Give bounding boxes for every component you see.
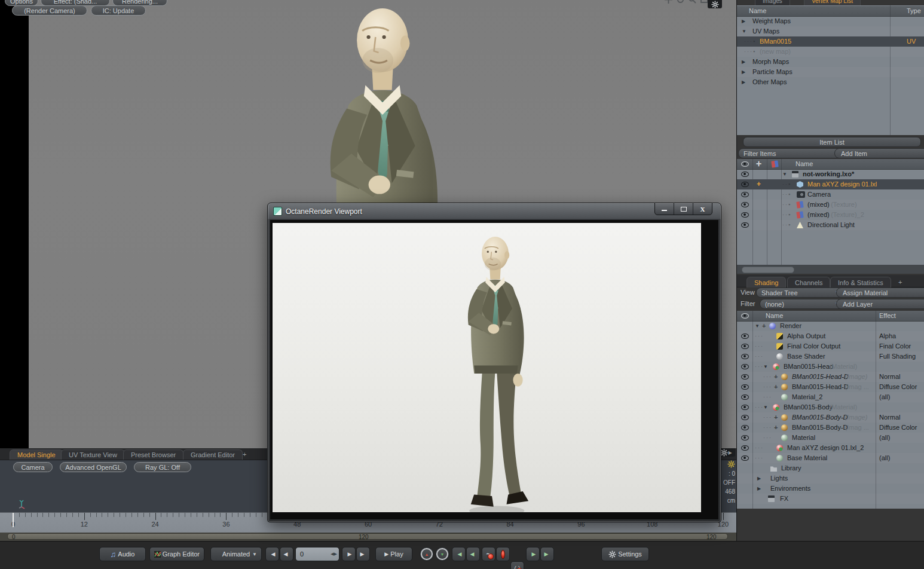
expand-plus-icon[interactable]: + [774,382,778,392]
prev-key-button[interactable]: ◀ [466,547,480,561]
next-keyframe-button[interactable]: ▶ [540,547,554,561]
visibility-eye-icon[interactable] [741,425,749,430]
shader-row[interactable]: FX [737,494,924,504]
shader-row[interactable]: ···▼BMan0015-Body(Material) [737,402,924,412]
shader-row[interactable]: ···▼BMan0015-Head(Material) [737,362,924,372]
shader-row[interactable]: ···Final Color OutputFinal Color [737,341,924,351]
chevron-right-icon[interactable]: ▶ [742,67,745,77]
settings-button[interactable]: Settings [601,547,649,561]
vmap-row[interactable]: ▶Particle Maps [737,67,924,77]
visibility-eye-icon[interactable] [741,455,749,461]
viewport-tab-gradient-editor[interactable]: Gradient Editor [183,449,243,460]
item-row[interactable]: ··▪(mixed)(Texture) [737,200,924,210]
visibility-eye-icon[interactable] [741,172,749,177]
audio-button[interactable]: ♫Audio [99,547,146,561]
prev-keyframe-button[interactable]: ◀ [452,547,466,561]
item-row[interactable]: +··▪Man aXYZ design 01.lxl [737,179,924,189]
chevron-right-icon[interactable]: ▶ [742,77,745,87]
vmap-row[interactable]: ▶Other Maps [737,77,924,87]
vmap-row[interactable]: ▶Weight Maps [737,16,924,26]
assign-material-button[interactable]: Assign Material [836,287,924,298]
shading-tab-shading[interactable]: Shading [746,277,786,287]
pan-icon[interactable] [665,0,672,4]
anim-mode-dropdown[interactable]: Animated▼ [210,547,262,561]
visibility-eye-icon[interactable] [741,415,749,420]
visibility-eye-icon[interactable] [741,212,749,218]
visibility-eye-icon[interactable] [741,344,749,349]
view-dropdown[interactable]: Shader Tree▼ [756,287,845,298]
chevron-down-icon[interactable]: ▼ [755,321,760,331]
visibility-eye-icon[interactable] [741,405,749,410]
close-button[interactable]: X [693,203,712,215]
chevron-down-icon[interactable]: ▼ [763,402,768,412]
item-row[interactable]: ▼not-working.lxo* [737,169,924,179]
window-title-bar[interactable]: OctaneRender Viewport X [268,203,721,219]
minimize-button[interactable] [655,203,674,215]
item-row[interactable]: ··▪Directional Light [737,220,924,230]
current-frame-field[interactable]: 0◀▶ [295,547,339,561]
scrub-dial-up[interactable]: ▲ [420,547,434,561]
shading-filter-dropdown[interactable]: (none)▼ [760,299,845,309]
vmap-row[interactable]: ···▪BMan0015UV [737,36,924,47]
chevron-down-icon[interactable]: ▼ [742,26,746,36]
item-row[interactable]: ··▪Camera [737,189,924,200]
chevron-down-icon[interactable]: ▼ [782,169,787,179]
shading-tab-info-statistics[interactable]: Info & Statistics [830,277,891,287]
vmap-row[interactable]: ▼UV Maps [737,26,924,36]
go-to-start-button[interactable]: ◀ [265,547,279,561]
zoom-icon[interactable] [689,0,696,4]
vmap-tab-vertex-map-list[interactable]: Vertex Map List [804,0,861,5]
chevron-right-icon[interactable]: ▶ [742,16,745,26]
shading-tab-channels[interactable]: Channels [787,277,830,287]
shading-tab--[interactable]: + [896,277,904,287]
add-layer-button[interactable]: Add Layer [836,299,924,309]
viewport-options-box[interactable] [708,0,722,8]
item-filter-dropdown[interactable]: Filter Items▼ [738,148,843,158]
shader-row[interactable]: ▶Environments [737,484,924,494]
visibility-eye-icon[interactable] [741,445,749,451]
chevron-right-icon[interactable]: ▶ [757,473,761,484]
shader-row[interactable]: ···+BMan0015-Head-D(Image)Normal [737,372,924,382]
visibility-eye-icon[interactable] [741,334,749,339]
playhead[interactable] [13,513,14,527]
viewport-tab-uv-texture-view[interactable]: UV Texture View [61,449,125,460]
visibility-eye-icon[interactable] [741,222,749,228]
previous-frame-button[interactable]: ◀ [280,547,293,561]
frame-spinner[interactable]: ◀▶ [331,552,337,556]
octane-render-view[interactable] [273,223,701,512]
timeline-range-bar[interactable]: 0 120 120 [0,533,736,541]
shader-row[interactable]: ···+BMan0015-Body-D(Imag ...Diffuse Colo… [737,423,924,433]
chevron-right-icon[interactable]: ▶ [757,484,761,494]
shader-row[interactable]: ···Man aXYZ design 01.lxl_2 [737,443,924,453]
shader-row[interactable]: Library [737,463,924,473]
visibility-eye-icon[interactable] [741,394,749,400]
shader-row[interactable]: ···Base Material(all) [737,453,924,463]
orbit-icon[interactable] [677,0,684,4]
key-brackets-button[interactable]: ( ) [510,561,524,569]
shader-row[interactable]: ···Material_2(all) [737,392,924,402]
shader-row[interactable]: ▼+Render [737,321,924,331]
visibility-eye-icon[interactable] [741,182,749,187]
viewport-button-ray-gl-off[interactable]: Ray GL: Off [134,462,191,472]
shader-row[interactable]: ▶Lights [737,473,924,484]
play-button[interactable]: ▶Play [375,547,412,561]
graph-editor-button[interactable]: Graph Editor [149,547,204,561]
vmap-row[interactable]: ···▪(new map) [737,47,924,57]
shader-row[interactable]: ···Base ShaderFull Shading [737,351,924,362]
next-key-button[interactable]: ▶ [526,547,540,561]
item-list-header[interactable]: Item List [743,137,921,147]
shader-row[interactable]: ···Alpha OutputAlpha [737,331,924,341]
viewport-tab--[interactable]: + [240,449,249,459]
shader-row[interactable]: ···+BMan0015-Head-D(Imag ...Diffuse Colo… [737,382,924,392]
ic-update-button[interactable]: IC: Update [91,5,146,16]
octane-render-window[interactable]: OctaneRender Viewport X [267,203,721,522]
visibility-eye-icon[interactable] [741,364,749,369]
viewport-button-advanced-opengl[interactable]: Advanced OpenGL [60,462,127,472]
render-camera-button[interactable]: (Render Camera) [12,5,87,16]
scrub-dial-down[interactable]: ▼ [435,547,449,561]
viewport-tab-preset-browser[interactable]: Preset Browser [123,449,183,460]
expand-plus-icon[interactable]: + [762,321,766,331]
item-list-hscroll-thumb[interactable] [742,267,794,273]
chevron-down-icon[interactable]: ▼ [763,362,768,372]
expand-plus-icon[interactable]: + [774,423,778,433]
